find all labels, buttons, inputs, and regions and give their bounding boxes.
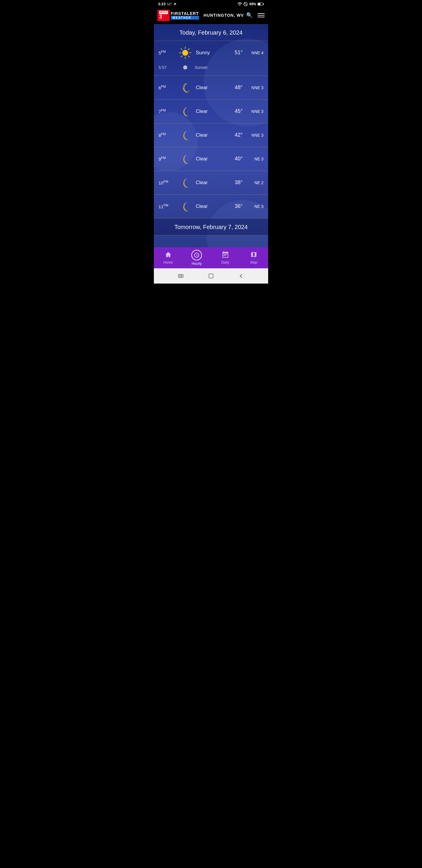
battery-percent: 49% — [249, 2, 256, 6]
android-nav-home[interactable] — [208, 273, 214, 279]
svg-rect-22 — [182, 275, 183, 277]
status-bar: 3:23 52° ✕ 49% — [154, 0, 268, 7]
sunset-icon — [181, 63, 189, 71]
moon-icon-6pm — [177, 80, 193, 95]
logo-text: FIRSTALERT WEATHER — [171, 11, 199, 20]
svg-rect-20 — [178, 275, 180, 277]
status-temp: 52° — [167, 2, 172, 6]
sunset-row: 5:57 Sunset — [154, 62, 268, 76]
temp-9pm: 40° — [235, 156, 242, 162]
time-8pm: 8PM — [159, 132, 175, 138]
wind-9pm: NE 3 — [247, 157, 263, 161]
svg-line-11 — [188, 49, 189, 50]
hamburger-line-1 — [258, 13, 265, 14]
status-x-icon: ✕ — [173, 2, 176, 6]
map-icon — [250, 251, 257, 259]
home-icon — [165, 251, 172, 259]
weather-row-10pm: 10PM Clear 38° NE 2 — [154, 171, 268, 195]
bottom-nav: Home Hourly Daily — [154, 247, 268, 268]
temp-11pm: 36° — [235, 203, 242, 209]
moon-icon-8pm — [177, 128, 193, 143]
condition-7pm: Clear — [196, 108, 235, 114]
nav-home-label: Home — [164, 260, 173, 265]
moon-icon-9pm — [177, 151, 193, 166]
svg-rect-21 — [180, 275, 182, 277]
location-display: HUNTINGTON, WV 🔍 — [204, 12, 253, 19]
temp-8pm: 42° — [235, 132, 242, 138]
wind-6pm: NNE 3 — [247, 85, 263, 90]
period-5pm: PM — [161, 50, 166, 53]
temp-6pm: 48° — [235, 85, 242, 91]
nav-item-map[interactable]: Map — [240, 247, 268, 268]
condition-8pm: Clear — [196, 132, 235, 138]
svg-rect-18 — [224, 255, 225, 256]
nav-daily-label: Daily — [221, 260, 229, 265]
tomorrow-date-header: Tomorrow, February 7, 2024 — [154, 218, 268, 236]
wind-8pm: NNE 3 — [247, 133, 263, 137]
svg-rect-16 — [225, 254, 226, 255]
svg-point-14 — [183, 65, 187, 69]
location-text: HUNTINGTON, WV — [204, 13, 244, 18]
condition-9pm: Clear — [196, 156, 235, 162]
weather-row-5pm: 5PM — [154, 41, 268, 62]
wind-11pm: NE 3 — [247, 204, 263, 209]
app-header: WSAZ 3 FIRSTALERT WEATHER HUNTINGTON, WV… — [154, 7, 268, 24]
time-7pm: 7PM — [159, 108, 175, 114]
first-alert-label: FIRSTALERT — [171, 11, 199, 16]
android-nav-back[interactable] — [238, 273, 244, 279]
svg-rect-19 — [225, 255, 226, 256]
bottom-spacer — [154, 236, 268, 247]
svg-line-12 — [181, 56, 182, 57]
weather-row-9pm: 9PM Clear 40° NE 3 — [154, 147, 268, 171]
sun-svg — [178, 46, 192, 60]
weather-section-5pm: 5PM — [154, 41, 268, 76]
nav-map-label: Map — [251, 260, 257, 265]
hourly-icon-circle — [191, 250, 202, 260]
wind-7pm: NNE 3 — [247, 109, 263, 114]
svg-rect-15 — [224, 254, 225, 255]
blocked-icon — [244, 2, 248, 6]
nav-item-hourly[interactable]: Hourly — [183, 247, 211, 268]
time-9pm: 9PM — [159, 156, 175, 162]
moon-icon-10pm — [177, 175, 193, 190]
temp-7pm: 45° — [235, 108, 242, 114]
svg-rect-17 — [226, 254, 227, 255]
channel-number: 3 — [159, 14, 168, 20]
condition-5pm: Sunny — [196, 50, 235, 56]
wind-5pm: NNE 4 — [247, 51, 263, 55]
hamburger-line-2 — [258, 15, 265, 16]
weather-row-7pm: 7PM Clear 45° NNE 3 — [154, 100, 268, 123]
today-date-label: Today, February 6, 2024 — [180, 29, 242, 36]
condition-10pm: Clear — [196, 180, 235, 186]
svg-line-10 — [188, 56, 189, 57]
weather-label: WEATHER — [171, 16, 199, 20]
condition-6pm: Clear — [196, 85, 235, 91]
battery-icon — [258, 2, 264, 6]
logo-box: WSAZ 3 — [157, 10, 170, 21]
search-icon[interactable]: 🔍 — [246, 12, 253, 19]
nav-item-daily[interactable]: Daily — [211, 247, 240, 268]
hamburger-line-3 — [258, 17, 265, 17]
tomorrow-date-label: Tomorrow, February 7, 2024 — [174, 224, 248, 230]
android-nav-recent[interactable] — [178, 273, 184, 279]
weather-row-6pm: 6PM Clear 48° NNE 3 — [154, 76, 268, 100]
hamburger-menu[interactable] — [258, 13, 265, 17]
svg-line-9 — [181, 49, 182, 50]
status-time: 3:23 — [158, 2, 166, 6]
logo: WSAZ 3 FIRSTALERT WEATHER — [157, 10, 199, 21]
sunset-time: 5:57 — [159, 65, 175, 70]
time-6pm: 6PM — [159, 85, 175, 90]
svg-line-1 — [244, 3, 247, 5]
today-date-header: Today, February 6, 2024 — [154, 24, 268, 41]
temp-10pm: 38° — [235, 180, 242, 186]
temp-5pm: 51° — [235, 50, 242, 56]
wifi-icon — [237, 2, 242, 6]
status-right: 49% — [237, 2, 264, 6]
nav-item-home[interactable]: Home — [154, 247, 183, 268]
weather-row-11pm: 11PM Clear 36° NE 3 — [154, 195, 268, 218]
main-content: Today, February 6, 2024 5PM — [154, 24, 268, 247]
sunset-label: Sunset — [195, 65, 207, 70]
weather-row-8pm: 8PM Clear 42° NNE 3 — [154, 123, 268, 147]
hourly-icon — [191, 250, 202, 260]
moon-icon-7pm — [177, 104, 193, 119]
